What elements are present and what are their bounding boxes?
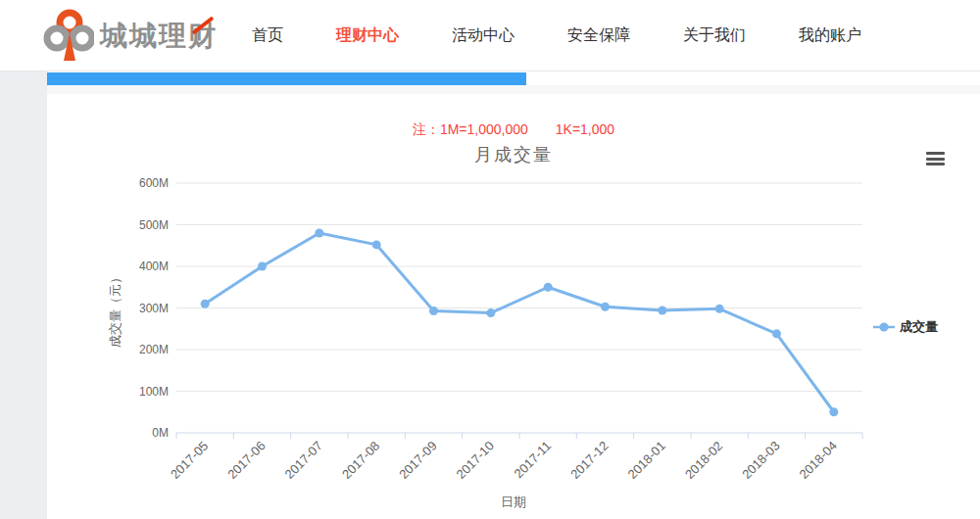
line-chart[interactable]: 0M100M200M300M400M500M600M2017-052017-06…: [47, 71, 980, 519]
nav-item-wealth-center[interactable]: 理财中心: [336, 25, 399, 46]
svg-text:2018-01: 2018-01: [625, 439, 668, 482]
nav-item-security[interactable]: 安全保障: [567, 25, 630, 46]
svg-text:2017-10: 2017-10: [454, 439, 497, 482]
y-axis-title: 成交量（元）: [107, 260, 124, 358]
nav-item-activity-center[interactable]: 活动中心: [452, 25, 514, 46]
svg-text:2017-11: 2017-11: [512, 439, 555, 482]
svg-text:600M: 600M: [139, 176, 169, 190]
svg-text:2018-03: 2018-03: [739, 439, 782, 482]
svg-text:200M: 200M: [139, 343, 169, 356]
svg-text:100M: 100M: [139, 385, 169, 399]
legend-item-volume[interactable]: 成交量: [873, 318, 938, 336]
main-content: 注：1M=1,000,0001K=1,000 月成交量 0M100M200M30…: [47, 71, 980, 519]
svg-text:2017-07: 2017-07: [282, 439, 325, 482]
svg-text:0M: 0M: [152, 426, 169, 440]
svg-text:400M: 400M: [139, 260, 169, 273]
logo-text: 城城理财: [100, 18, 218, 55]
nav-item-home[interactable]: 首页: [252, 25, 283, 46]
svg-text:2017-09: 2017-09: [396, 439, 439, 482]
svg-text:2017-08: 2017-08: [339, 439, 382, 482]
x-axis-title: 日期: [47, 494, 980, 511]
site-logo[interactable]: 城城理财: [43, 8, 218, 65]
nav-item-my-account[interactable]: 我的账户: [799, 25, 861, 46]
svg-text:2018-02: 2018-02: [682, 439, 725, 482]
svg-text:2018-04: 2018-04: [797, 439, 840, 482]
logo-clover-icon: [43, 8, 94, 65]
nav-item-about-us[interactable]: 关于我们: [683, 25, 746, 46]
svg-text:500M: 500M: [139, 218, 169, 232]
svg-text:2017-05: 2017-05: [168, 439, 211, 482]
svg-text:300M: 300M: [139, 302, 169, 315]
svg-text:2017-06: 2017-06: [224, 439, 268, 482]
legend-line-marker-icon: [873, 321, 895, 333]
legend-label: 成交量: [900, 318, 938, 336]
main-nav: 首页 理财中心 活动中心 安全保障 关于我们 我的账户: [252, 0, 861, 71]
site-header: 城城理财 首页 理财中心 活动中心 安全保障 关于我们 我的账户: [0, 0, 980, 71]
svg-text:2017-12: 2017-12: [567, 439, 611, 482]
